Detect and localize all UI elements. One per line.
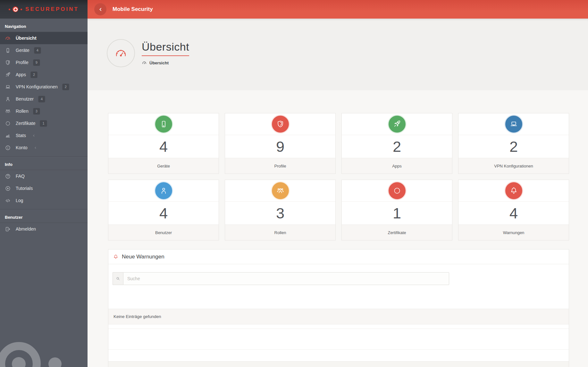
sidebar-item[interactable]: Apps 2 xyxy=(0,69,88,81)
sidebar-item-label: Übersicht xyxy=(16,36,37,41)
stats-card-icon-circle xyxy=(389,116,406,133)
stats-card-icon-area xyxy=(108,180,219,202)
sidebar-item-label: Stats xyxy=(16,133,26,138)
count-badge: 4 xyxy=(38,96,45,102)
stats-card-icon-area xyxy=(225,180,335,202)
stats-card-icon-circle xyxy=(272,182,289,199)
gauge-icon xyxy=(5,35,11,41)
search-addon xyxy=(113,272,123,285)
watermark-dot-icon xyxy=(48,357,62,367)
bell-icon xyxy=(113,254,119,260)
question-icon xyxy=(5,173,11,179)
sidebar-item[interactable]: Profile 9 xyxy=(0,56,88,69)
gauge-icon xyxy=(114,46,128,60)
sidebar-item[interactable]: Log xyxy=(0,194,88,207)
code-icon xyxy=(5,198,11,204)
stats-card[interactable]: 4 Geräte xyxy=(108,113,219,174)
sidebar-item[interactable]: Stats xyxy=(0,129,88,142)
main-area: Mobile Security Übersicht Übersicht xyxy=(88,0,588,367)
stats-card-value: 9 xyxy=(225,135,335,158)
bell-icon xyxy=(509,186,518,195)
logout-icon xyxy=(5,226,11,232)
chevron-left-icon xyxy=(98,7,103,12)
stats-card-icon-circle xyxy=(272,116,289,133)
smartphone-icon xyxy=(159,120,168,128)
stats-card[interactable]: 1 Zertifikate xyxy=(341,180,452,241)
chevron-left-icon xyxy=(32,146,38,150)
stats-card[interactable]: 2 Apps xyxy=(341,113,452,174)
page-title: Übersicht xyxy=(142,41,189,56)
user-icon xyxy=(5,96,11,102)
app-title: Mobile Security xyxy=(113,6,153,12)
sidebar-header: SECUREPOINT xyxy=(0,0,88,19)
stats-card[interactable]: 2 VPN Konfigurationen xyxy=(458,113,569,174)
stats-card-icon-area xyxy=(108,113,219,135)
play-icon xyxy=(5,185,11,192)
empty-table-row xyxy=(108,329,569,350)
empty-table-row xyxy=(108,350,569,361)
sidebar-item[interactable]: Übersicht xyxy=(0,32,88,44)
stats-card-icon-area xyxy=(342,113,452,135)
nav-section: Benutzer Abmelden xyxy=(0,209,88,235)
stats-card-icon-area xyxy=(458,113,569,135)
users-icon xyxy=(276,186,285,195)
sidebar-item-label: Profile xyxy=(16,60,29,65)
search-input[interactable] xyxy=(123,272,449,285)
stats-card-icon-circle xyxy=(389,182,406,199)
stats-card-label: Zertifikate xyxy=(342,224,452,240)
nav-item-list: FAQ Tutorials Log xyxy=(0,170,88,207)
user-icon xyxy=(159,186,168,195)
sidebar-item-label: Log xyxy=(16,198,23,203)
breadcrumb-label: Übersicht xyxy=(149,61,169,65)
chart-icon xyxy=(5,133,11,139)
empty-table-row xyxy=(108,324,569,329)
sidebar-item[interactable]: Tutorials xyxy=(0,182,88,194)
stats-card-icon-circle xyxy=(505,116,522,133)
nav-section: Navigation Übersicht Geräte 4 xyxy=(0,19,88,154)
logo-o-mark-icon xyxy=(13,6,18,12)
stats-card-icon-area xyxy=(458,180,569,202)
logo-dot-right-icon xyxy=(21,9,22,10)
sidebar-item[interactable]: Rollen 3 xyxy=(0,105,88,117)
stats-card-value: 2 xyxy=(342,135,452,158)
sidebar-nav: Navigation Übersicht Geräte 4 xyxy=(0,19,88,235)
securepoint-logo: SECUREPOINT xyxy=(9,6,79,12)
gauge-icon xyxy=(142,60,147,65)
shield-icon xyxy=(5,60,11,66)
count-badge: 2 xyxy=(31,72,37,78)
stats-card[interactable]: 4 Benutzer xyxy=(108,180,219,241)
shield-icon xyxy=(276,120,285,128)
sidebar-item[interactable]: Geräte 4 xyxy=(0,44,88,56)
rocket-icon xyxy=(5,72,11,78)
stats-card[interactable]: 4 Warnungen xyxy=(458,180,569,241)
rocket-icon xyxy=(393,120,401,128)
stats-card-value: 3 xyxy=(225,202,335,224)
nav-section-header: Navigation xyxy=(0,20,88,32)
sidebar: SECUREPOINT Navigation Übersicht xyxy=(0,0,88,367)
topbar: Mobile Security xyxy=(88,0,588,19)
sidebar-item[interactable]: Konto xyxy=(0,142,88,154)
info-icon xyxy=(5,145,11,151)
count-badge: 3 xyxy=(33,108,40,114)
count-badge: 2 xyxy=(63,84,69,90)
sidebar-item[interactable]: Abmelden xyxy=(0,223,88,235)
sidebar-item[interactable]: Zertifikate 1 xyxy=(0,117,88,129)
stats-card-icon-area xyxy=(342,180,452,202)
empty-state-row: Keine Einträge gefunden xyxy=(108,309,569,324)
sidebar-item[interactable]: Benutzer 4 xyxy=(0,93,88,105)
stats-card[interactable]: 9 Profile xyxy=(225,113,336,174)
sidebar-item[interactable]: FAQ xyxy=(0,170,88,182)
stats-card[interactable]: 3 Rollen xyxy=(225,180,336,241)
back-button[interactable] xyxy=(94,3,106,15)
stats-card-icon-circle xyxy=(155,116,172,133)
breadcrumb: Übersicht xyxy=(142,60,189,65)
nav-item-list: Abmelden xyxy=(0,223,88,235)
stats-card-value: 4 xyxy=(108,202,219,224)
stats-card-label: Rollen xyxy=(225,224,335,240)
stats-card-value: 4 xyxy=(108,135,219,158)
stats-card-icon-area xyxy=(225,113,335,135)
nav-item-list: Übersicht Geräte 4 Profile xyxy=(0,32,88,154)
sidebar-item[interactable]: VPN Konfigurationen 2 xyxy=(0,81,88,93)
new-warnings-panel: Neue Warnungen Keine Einträge gefunden xyxy=(108,249,569,367)
panel-title: Neue Warnungen xyxy=(122,254,164,260)
